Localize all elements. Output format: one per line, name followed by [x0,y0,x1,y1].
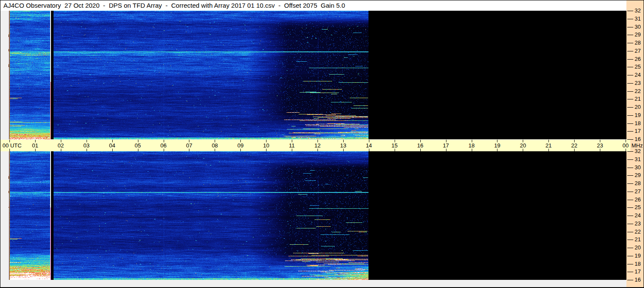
hour-tick-bottom [600,149,600,151]
freq-tick [627,115,633,116]
rcp-panel-label: R C P [1,45,9,105]
hour-tick-bottom [548,149,549,151]
freq-tick [627,99,633,99]
spectrograph-client-area: 3231302928272625242322212019181716323130… [0,0,644,287]
hour-label: 22 [571,142,577,149]
hour-tick-bottom [292,149,292,151]
hour-tick-bottom [266,149,267,151]
hour-label: 00 [3,142,9,149]
hour-label: 18 [468,142,474,149]
freq-label: 30 [635,24,641,30]
lcp-spectrogram [9,151,626,280]
freq-tick [627,131,633,132]
freq-label: 28 [635,180,641,186]
hour-tick-bottom [240,149,241,151]
freq-label: 31 [635,156,641,162]
hour-label: 12 [315,142,321,149]
freq-tick [627,168,633,168]
time-axis-strip: 0001020304050607080910111213141516171819… [0,140,630,151]
lcp-panel-label: L C P [1,186,9,246]
hour-label: 00 [623,142,629,149]
hour-label: 17 [443,142,449,149]
hour-label: 16 [417,142,423,149]
freq-label: 16 [635,277,641,283]
hour-label: 21 [545,142,551,149]
freq-label: 26 [635,197,641,203]
freq-label: 22 [635,88,641,94]
hour-tick-bottom [472,149,472,151]
freq-label: 26 [635,56,641,62]
freq-tick [627,43,633,43]
hour-tick-bottom [112,149,113,151]
hour-label: 10 [263,142,269,149]
hour-label: 20 [520,142,526,149]
hour-tick-bottom [87,149,87,151]
hour-tick-bottom [9,149,10,151]
freq-tick [627,192,633,192]
freq-label: 19 [635,112,641,118]
spectrograph-window: 3231302928272625242322212019181716323130… [0,0,644,288]
freq-label: 17 [635,269,641,275]
hour-label: 08 [212,142,218,149]
hour-label: 19 [494,142,500,149]
freq-tick [627,19,633,19]
freq-tick [627,232,633,232]
freq-label: 16 [635,136,641,142]
freq-label: 30 [635,165,641,171]
freq-tick [627,224,633,224]
freq-label: 24 [635,72,641,78]
freq-tick [627,35,633,35]
hour-label: 03 [84,142,90,149]
hour-tick-bottom [574,149,575,151]
hour-label: 02 [58,142,64,149]
hour-tick-bottom [189,149,189,151]
mhz-label: MHz [632,142,643,149]
hour-tick-bottom [369,149,369,151]
freq-label: 29 [635,172,641,178]
hour-tick-bottom [61,149,61,151]
freq-label: 29 [635,32,641,38]
freq-tick [627,123,633,124]
freq-tick [627,216,633,216]
hour-tick-bottom [420,149,421,151]
hour-tick-bottom [343,149,344,151]
hour-label: 05 [135,142,141,149]
hour-label: 11 [289,142,295,149]
hour-tick-bottom [164,149,164,151]
freq-tick [627,107,633,108]
freq-label: 25 [635,64,641,70]
freq-label: 18 [635,120,641,126]
freq-tick [627,11,633,11]
freq-tick [627,67,633,67]
freq-label: 32 [635,8,641,14]
hour-tick-bottom [395,149,395,151]
freq-label: 20 [635,104,641,110]
freq-tick [627,151,633,152]
freq-tick [627,51,633,51]
freq-label: 22 [635,229,641,235]
freq-label: 23 [635,221,641,227]
freq-label: 24 [635,213,641,219]
freq-tick [627,27,633,27]
hour-tick-bottom [497,149,497,151]
freq-label: 21 [635,96,641,102]
freq-label: 27 [635,48,641,54]
freq-label: 21 [635,237,641,243]
hour-label: 01 [32,142,38,149]
freq-label: 32 [635,148,641,154]
title-bar: AJ4CO Observatory 27 Oct 2020 - DPS on T… [0,0,626,11]
freq-tick [627,272,633,272]
freq-tick [627,264,633,264]
freq-label: 19 [635,253,641,259]
freq-label: 27 [635,189,641,195]
freq-tick [627,200,633,200]
freq-tick [627,207,633,208]
page-title: AJ4CO Observatory 27 Oct 2020 - DPS on T… [3,0,345,10]
freq-label: 17 [635,128,641,134]
freq-tick [627,159,633,160]
utc-label: UTC [10,142,22,149]
freq-tick [627,240,633,240]
freq-tick [627,175,633,176]
hour-tick-bottom [523,149,523,151]
freq-label: 23 [635,80,641,86]
